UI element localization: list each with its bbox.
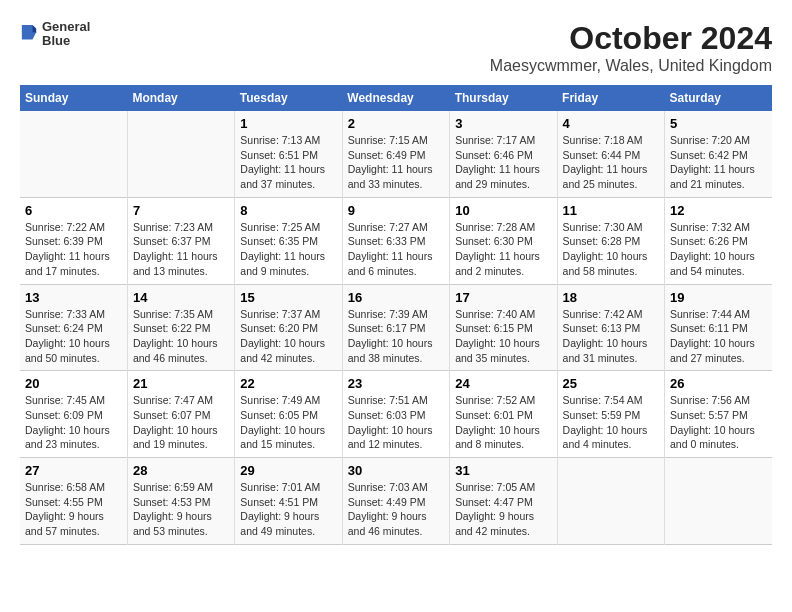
- day-info: Sunrise: 7:47 AM Sunset: 6:07 PM Dayligh…: [133, 393, 229, 452]
- day-info: Sunrise: 7:01 AM Sunset: 4:51 PM Dayligh…: [240, 480, 336, 539]
- day-info: Sunrise: 7:05 AM Sunset: 4:47 PM Dayligh…: [455, 480, 551, 539]
- calendar-cell: 10Sunrise: 7:28 AM Sunset: 6:30 PM Dayli…: [450, 197, 557, 284]
- day-info: Sunrise: 7:13 AM Sunset: 6:51 PM Dayligh…: [240, 133, 336, 192]
- day-header-sunday: Sunday: [20, 85, 127, 111]
- calendar-cell: 21Sunrise: 7:47 AM Sunset: 6:07 PM Dayli…: [127, 371, 234, 458]
- day-header-wednesday: Wednesday: [342, 85, 449, 111]
- calendar-cell: [665, 458, 772, 545]
- day-info: Sunrise: 6:58 AM Sunset: 4:55 PM Dayligh…: [25, 480, 122, 539]
- day-number: 7: [133, 203, 229, 218]
- calendar-week-4: 20Sunrise: 7:45 AM Sunset: 6:09 PM Dayli…: [20, 371, 772, 458]
- day-info: Sunrise: 7:42 AM Sunset: 6:13 PM Dayligh…: [563, 307, 659, 366]
- day-info: Sunrise: 6:59 AM Sunset: 4:53 PM Dayligh…: [133, 480, 229, 539]
- calendar-week-1: 1Sunrise: 7:13 AM Sunset: 6:51 PM Daylig…: [20, 111, 772, 197]
- day-info: Sunrise: 7:33 AM Sunset: 6:24 PM Dayligh…: [25, 307, 122, 366]
- logo-text: General Blue: [42, 20, 90, 49]
- logo-icon: [20, 23, 38, 45]
- day-number: 13: [25, 290, 122, 305]
- calendar-cell: 19Sunrise: 7:44 AM Sunset: 6:11 PM Dayli…: [665, 284, 772, 371]
- day-header-tuesday: Tuesday: [235, 85, 342, 111]
- day-number: 28: [133, 463, 229, 478]
- page-title: October 2024: [490, 20, 772, 57]
- day-number: 12: [670, 203, 767, 218]
- day-number: 20: [25, 376, 122, 391]
- day-info: Sunrise: 7:35 AM Sunset: 6:22 PM Dayligh…: [133, 307, 229, 366]
- day-info: Sunrise: 7:44 AM Sunset: 6:11 PM Dayligh…: [670, 307, 767, 366]
- calendar-cell: 4Sunrise: 7:18 AM Sunset: 6:44 PM Daylig…: [557, 111, 664, 197]
- calendar-week-2: 6Sunrise: 7:22 AM Sunset: 6:39 PM Daylig…: [20, 197, 772, 284]
- calendar-cell: [20, 111, 127, 197]
- calendar-cell: [127, 111, 234, 197]
- day-info: Sunrise: 7:23 AM Sunset: 6:37 PM Dayligh…: [133, 220, 229, 279]
- svg-marker-1: [33, 25, 37, 32]
- day-info: Sunrise: 7:27 AM Sunset: 6:33 PM Dayligh…: [348, 220, 444, 279]
- calendar-week-5: 27Sunrise: 6:58 AM Sunset: 4:55 PM Dayli…: [20, 458, 772, 545]
- calendar-cell: 14Sunrise: 7:35 AM Sunset: 6:22 PM Dayli…: [127, 284, 234, 371]
- day-info: Sunrise: 7:51 AM Sunset: 6:03 PM Dayligh…: [348, 393, 444, 452]
- calendar-cell: 3Sunrise: 7:17 AM Sunset: 6:46 PM Daylig…: [450, 111, 557, 197]
- day-number: 11: [563, 203, 659, 218]
- day-info: Sunrise: 7:22 AM Sunset: 6:39 PM Dayligh…: [25, 220, 122, 279]
- day-header-friday: Friday: [557, 85, 664, 111]
- day-info: Sunrise: 7:37 AM Sunset: 6:20 PM Dayligh…: [240, 307, 336, 366]
- logo: General Blue: [20, 20, 90, 49]
- day-number: 14: [133, 290, 229, 305]
- day-info: Sunrise: 7:32 AM Sunset: 6:26 PM Dayligh…: [670, 220, 767, 279]
- calendar-cell: 13Sunrise: 7:33 AM Sunset: 6:24 PM Dayli…: [20, 284, 127, 371]
- calendar-cell: 9Sunrise: 7:27 AM Sunset: 6:33 PM Daylig…: [342, 197, 449, 284]
- day-number: 26: [670, 376, 767, 391]
- day-number: 9: [348, 203, 444, 218]
- day-header-saturday: Saturday: [665, 85, 772, 111]
- calendar-cell: 12Sunrise: 7:32 AM Sunset: 6:26 PM Dayli…: [665, 197, 772, 284]
- calendar-cell: 17Sunrise: 7:40 AM Sunset: 6:15 PM Dayli…: [450, 284, 557, 371]
- day-number: 15: [240, 290, 336, 305]
- calendar-cell: 8Sunrise: 7:25 AM Sunset: 6:35 PM Daylig…: [235, 197, 342, 284]
- day-number: 24: [455, 376, 551, 391]
- day-info: Sunrise: 7:03 AM Sunset: 4:49 PM Dayligh…: [348, 480, 444, 539]
- day-info: Sunrise: 7:20 AM Sunset: 6:42 PM Dayligh…: [670, 133, 767, 192]
- day-number: 17: [455, 290, 551, 305]
- calendar-cell: 16Sunrise: 7:39 AM Sunset: 6:17 PM Dayli…: [342, 284, 449, 371]
- day-number: 16: [348, 290, 444, 305]
- days-header-row: SundayMondayTuesdayWednesdayThursdayFrid…: [20, 85, 772, 111]
- calendar-cell: 2Sunrise: 7:15 AM Sunset: 6:49 PM Daylig…: [342, 111, 449, 197]
- day-number: 19: [670, 290, 767, 305]
- calendar-cell: 6Sunrise: 7:22 AM Sunset: 6:39 PM Daylig…: [20, 197, 127, 284]
- calendar-cell: 11Sunrise: 7:30 AM Sunset: 6:28 PM Dayli…: [557, 197, 664, 284]
- calendar-cell: 7Sunrise: 7:23 AM Sunset: 6:37 PM Daylig…: [127, 197, 234, 284]
- page-subtitle: Maesycwmmer, Wales, United Kingdom: [490, 57, 772, 75]
- day-info: Sunrise: 7:15 AM Sunset: 6:49 PM Dayligh…: [348, 133, 444, 192]
- title-block: October 2024 Maesycwmmer, Wales, United …: [490, 20, 772, 75]
- calendar-week-3: 13Sunrise: 7:33 AM Sunset: 6:24 PM Dayli…: [20, 284, 772, 371]
- day-number: 18: [563, 290, 659, 305]
- day-number: 10: [455, 203, 551, 218]
- calendar-cell: 5Sunrise: 7:20 AM Sunset: 6:42 PM Daylig…: [665, 111, 772, 197]
- calendar-cell: 25Sunrise: 7:54 AM Sunset: 5:59 PM Dayli…: [557, 371, 664, 458]
- calendar-cell: [557, 458, 664, 545]
- day-info: Sunrise: 7:18 AM Sunset: 6:44 PM Dayligh…: [563, 133, 659, 192]
- day-number: 25: [563, 376, 659, 391]
- calendar-cell: 1Sunrise: 7:13 AM Sunset: 6:51 PM Daylig…: [235, 111, 342, 197]
- day-number: 27: [25, 463, 122, 478]
- calendar-cell: 20Sunrise: 7:45 AM Sunset: 6:09 PM Dayli…: [20, 371, 127, 458]
- day-header-thursday: Thursday: [450, 85, 557, 111]
- day-info: Sunrise: 7:30 AM Sunset: 6:28 PM Dayligh…: [563, 220, 659, 279]
- day-number: 3: [455, 116, 551, 131]
- calendar-cell: 30Sunrise: 7:03 AM Sunset: 4:49 PM Dayli…: [342, 458, 449, 545]
- calendar-cell: 31Sunrise: 7:05 AM Sunset: 4:47 PM Dayli…: [450, 458, 557, 545]
- day-number: 4: [563, 116, 659, 131]
- day-header-monday: Monday: [127, 85, 234, 111]
- day-number: 22: [240, 376, 336, 391]
- calendar-cell: 15Sunrise: 7:37 AM Sunset: 6:20 PM Dayli…: [235, 284, 342, 371]
- calendar-cell: 27Sunrise: 6:58 AM Sunset: 4:55 PM Dayli…: [20, 458, 127, 545]
- calendar-cell: 28Sunrise: 6:59 AM Sunset: 4:53 PM Dayli…: [127, 458, 234, 545]
- calendar-cell: 24Sunrise: 7:52 AM Sunset: 6:01 PM Dayli…: [450, 371, 557, 458]
- day-info: Sunrise: 7:17 AM Sunset: 6:46 PM Dayligh…: [455, 133, 551, 192]
- day-info: Sunrise: 7:54 AM Sunset: 5:59 PM Dayligh…: [563, 393, 659, 452]
- day-info: Sunrise: 7:39 AM Sunset: 6:17 PM Dayligh…: [348, 307, 444, 366]
- day-number: 8: [240, 203, 336, 218]
- day-number: 23: [348, 376, 444, 391]
- page-header: General Blue October 2024 Maesycwmmer, W…: [20, 20, 772, 75]
- day-info: Sunrise: 7:56 AM Sunset: 5:57 PM Dayligh…: [670, 393, 767, 452]
- calendar-cell: 23Sunrise: 7:51 AM Sunset: 6:03 PM Dayli…: [342, 371, 449, 458]
